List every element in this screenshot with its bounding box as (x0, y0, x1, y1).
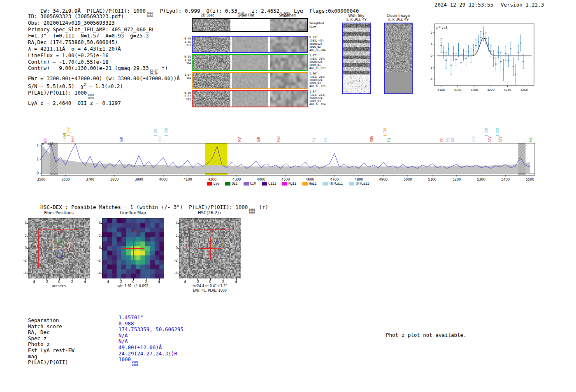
spec2d-image-row0 (193, 19, 230, 31)
svg-text:4240: 4240 (504, 88, 511, 92)
fiber-positions-image-frame: N E -4-4-2-2002244 (28, 218, 90, 278)
info-line-0: ID: 3005693323 (3005693323.pdf) (28, 13, 180, 20)
match-table-values: 1.45701"0.988174.753359, 50.606295N/AN/A… (118, 315, 183, 363)
match-row-value-1: 0.988 (118, 321, 183, 327)
pixelflat-image-row1 (232, 37, 268, 52)
line-label-oiii: { OIII (485, 128, 488, 137)
svg-text:2: 2 (37, 158, 39, 161)
smoothed-image-row2 (270, 55, 307, 70)
x-axis-tick (72, 278, 72, 280)
spec2d-row-2-right-labels: 1.07"(363, 214)20200124v019_01405_RL_023 (309, 54, 329, 70)
legend-label: CIII (268, 182, 276, 186)
info-line-1: Obs: 20200124v019_3005693323 (28, 20, 180, 26)
svg-text:4300: 4300 (232, 178, 241, 181)
detection-info-block: ID: 3005693323 (3005693323.pdf)Obs: 2020… (28, 13, 180, 107)
fiber-circle-4 (66, 244, 74, 252)
lineflux-map-image-frame: N E -4-4-2-2002244 (102, 218, 164, 278)
stacked-fraction: 10001000 (88, 94, 94, 100)
svg-text:4400: 4400 (257, 178, 265, 181)
x-axis-tick (34, 278, 34, 280)
legend-label: (H)CaII (355, 182, 369, 186)
legend-swatch (302, 182, 308, 186)
y-axis-tick-label: 2 (19, 234, 27, 238)
full-spectrum-svg: 3500360037003800390040004100420043004400… (23, 139, 545, 186)
legend-label: CIV (250, 182, 256, 186)
line-label-oiii: { OIII (165, 128, 168, 137)
svg-text:4100: 4100 (183, 178, 192, 181)
svg-text:1: 1 (431, 43, 432, 46)
svg-text:4900: 4900 (379, 178, 388, 181)
y-axis-tick (101, 236, 102, 237)
spec2d-left-label: 0.18 (181, 55, 191, 58)
svg-text:5000: 5000 (404, 178, 412, 181)
svg-text:4600: 4600 (306, 178, 314, 181)
line-fit-plot: 416041804200422042404260-2-1012 e-17x2Å (428, 20, 537, 95)
spec2d-row-1-left-labels: 0.451.85333 (181, 37, 191, 47)
legend-label: Lyα (214, 182, 219, 186)
y-axis-tick-label: -4 (170, 271, 178, 275)
info-line-3: F=1.3" T=0.111 N=1.57 A=0.93 g=25.3 (28, 32, 180, 39)
match-row-label-1: Match score (28, 324, 74, 330)
match-row-value-3: N/A (118, 333, 183, 339)
spec2d-row-3-right-labels: 1.06"(363, 214)20200124v019_03405_RL_023 (309, 72, 329, 88)
svg-text:-2: -2 (430, 78, 432, 81)
svg-text:5100: 5100 (428, 178, 436, 181)
with-sky-coords: x, y: 363, 49 (337, 18, 375, 21)
y-axis-tick (27, 236, 28, 237)
y-axis-tick-label: 0 (93, 246, 101, 250)
spec2d-image-row4 (193, 91, 230, 107)
line-label-oiii: { OIII (496, 128, 499, 137)
stacked-fraction: 32.2726.38 (150, 70, 158, 75)
pixelflat-image-row3 (232, 73, 268, 88)
fiber-circle-2 (58, 238, 66, 246)
match-row-label-4: Photo z (28, 341, 74, 348)
svg-text:0: 0 (37, 172, 39, 175)
legend-swatch (282, 182, 287, 186)
svg-text:4180: 4180 (454, 88, 462, 92)
spec2d-col-header-2dspec: 2D Spec (201, 14, 214, 17)
y-axis-tick-label: 4 (93, 221, 101, 225)
y-axis-tick (178, 223, 179, 224)
x-axis-tick-label: 2 (218, 280, 228, 284)
spec2d-right-label: 405_RL_004 (309, 49, 329, 52)
y-axis-tick (178, 248, 179, 249)
spec2d-image-row1 (193, 37, 230, 52)
clean-image-panel: Clean Image x, y: 363, 49 (379, 14, 417, 94)
x-axis-tick-label: -4 (102, 280, 112, 284)
legend-label: HeII (309, 182, 317, 186)
compass-east-label: E (186, 245, 188, 248)
svg-text:4700: 4700 (330, 178, 339, 181)
svg-text:3800: 3800 (110, 178, 118, 181)
report-timestamp: 2024-12-29 12:53:55 (434, 2, 493, 8)
x-axis-tick-label: 0 (54, 280, 64, 284)
y-axis-tick-label: 0 (19, 246, 27, 250)
svg-text:-1: -1 (430, 66, 432, 70)
svg-text:5400: 5400 (502, 178, 510, 181)
svg-text:4260: 4260 (520, 88, 528, 92)
lineflux-map-panel: Lineflux Map N E -4-4-2-2002244 s/b: 1.6… (102, 209, 164, 288)
info-line-5: λ = 4211.11Å σ = 4.43(±1.20)Å (28, 46, 180, 52)
spec2d-image-row2 (193, 55, 230, 70)
info-line-2: Primary Spec_Slot_IFU_AMP: 405_072_060_R… (28, 26, 180, 33)
y-axis-tick (27, 274, 28, 274)
spec2d-right-label: 405_RL_023 (309, 85, 329, 88)
spec2d-col-header-pixelflat: Pixel Flat (239, 14, 254, 17)
x-axis-tick (223, 278, 223, 280)
legend-swatch (323, 182, 328, 186)
svg-text:4200: 4200 (471, 88, 478, 92)
fiber-positions-panel: Fiber Positions N E -4-4-2-2002244 arcse… (28, 209, 90, 288)
line-label-oii: { OII (154, 129, 158, 137)
y-axis-tick-label: -4 (93, 271, 101, 275)
smoothed-image-row1 (270, 37, 307, 52)
elixer-report-page: EW: 34.2±9.9Å P(LAE)/P(OII): 10001000100… (0, 0, 576, 392)
match-row-value-0: 1.45701" (118, 315, 183, 321)
spec2d-row-4 (192, 90, 308, 107)
full-spectrum-plot: CII{ OVI{ SiIVHeIISiII{ OIIOIII{ OIIINVS… (23, 111, 553, 191)
info-line-6: LineFlux = 1.00(±0.25)e-16 (28, 52, 180, 59)
legend-item-kcaii: (K)CaII (323, 182, 343, 186)
legend-item-civ: CIV (244, 182, 256, 186)
spec2d-row-1 (192, 36, 308, 53)
x-axis-tick (146, 278, 146, 280)
clean-image (384, 23, 413, 94)
smoothed-image-row4 (270, 91, 307, 107)
